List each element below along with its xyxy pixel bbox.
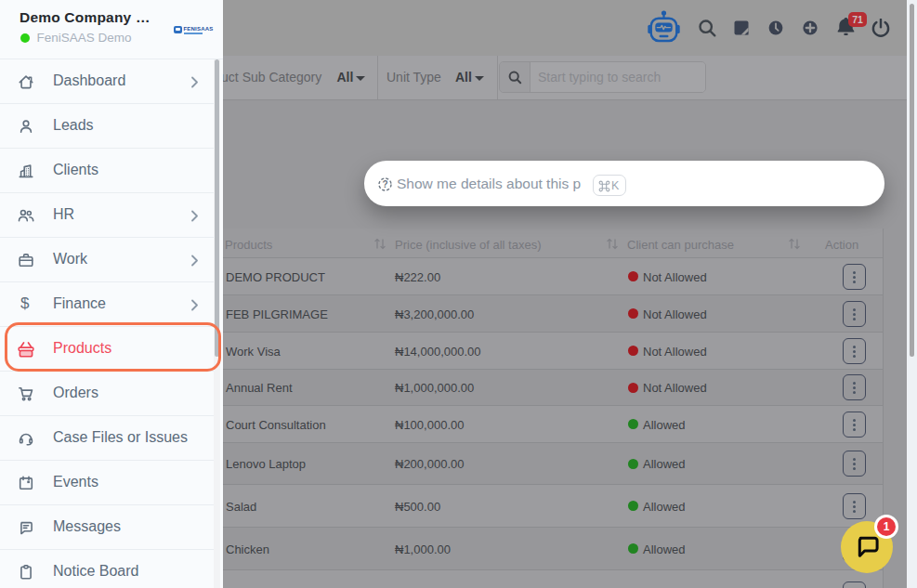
svg-text:?: ? bbox=[382, 179, 387, 189]
